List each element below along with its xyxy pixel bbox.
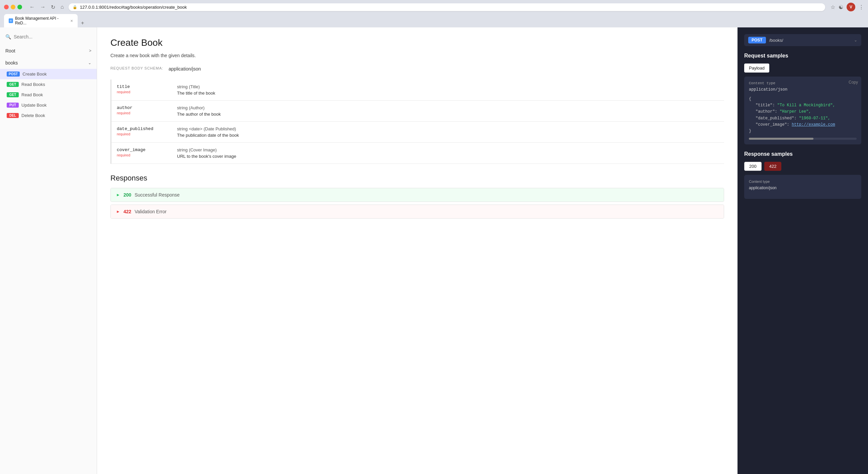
field-date-name: date_published <box>117 126 177 131</box>
app-container: 🔍 Root > books ⌄ POST Create Book GET Re… <box>0 27 868 474</box>
nav-item-update-book[interactable]: PUT Update Book <box>0 100 97 110</box>
res-content-type-value: application/json <box>749 185 857 190</box>
responses-title: Responses <box>111 174 724 182</box>
search-input[interactable] <box>14 34 91 39</box>
tabs-bar: R Book Management API - ReD... ✕ + <box>4 14 864 27</box>
field-title-name-col: title required <box>117 84 177 94</box>
delete-book-label: Delete Book <box>22 113 45 118</box>
reload-button[interactable]: ↻ <box>49 3 57 11</box>
response-200-chevron-icon: ► <box>116 193 120 197</box>
traffic-lights <box>4 5 22 9</box>
post-badge: POST <box>7 71 20 76</box>
endpoint-path: /books/ <box>769 38 850 43</box>
create-book-label: Create Book <box>23 71 46 76</box>
field-cover-info: string (Cover Image) URL to the book's c… <box>177 147 724 159</box>
tab-title: Book Management API - ReD... <box>15 16 67 25</box>
response-code-buttons: 200 422 <box>744 162 861 171</box>
code-val-3: "1960-07-11", <box>799 116 831 121</box>
response-content-block: Content type application/json <box>744 175 861 199</box>
code-brace-close: } <box>749 129 751 133</box>
field-title-required: required <box>117 90 177 94</box>
field-title: title required string (Title) The title … <box>112 79 724 101</box>
read-book-label: Read Book <box>22 92 43 97</box>
home-button[interactable]: ⌂ <box>59 3 66 11</box>
update-book-label: Update Book <box>22 103 46 108</box>
schema-type: application/json <box>169 66 201 71</box>
code-key-1: "title": <box>755 103 775 108</box>
bookmark-button[interactable]: ☆ <box>831 4 835 10</box>
active-tab[interactable]: R Book Management API - ReD... ✕ <box>4 14 78 27</box>
put-badge: PUT <box>7 103 19 108</box>
field-title-info: string (Title) The title of the book <box>177 84 724 96</box>
response-422-desc: Validation Error <box>134 209 166 214</box>
res-content-type-label: Content type <box>749 179 857 183</box>
content-type-label: Content type <box>749 81 857 85</box>
request-samples-title: Request samples <box>744 53 861 59</box>
root-chevron-icon: > <box>89 48 91 53</box>
field-author-required: required <box>117 111 177 115</box>
field-cover-name-col: cover_image required <box>117 147 177 157</box>
books-chevron-icon: ⌄ <box>88 61 91 65</box>
payload-button[interactable]: Payload <box>744 64 769 72</box>
field-date-desc: The publication date of the book <box>177 133 724 138</box>
endpoint-method-badge: POST <box>748 37 766 43</box>
response-samples-title: Response samples <box>744 151 861 157</box>
response-200-header[interactable]: ► 200 Successful Response <box>111 188 724 202</box>
nav-item-delete-book[interactable]: DEL Delete Book <box>0 110 97 121</box>
del-badge: DEL <box>7 113 19 118</box>
browser-chrome: ← → ↻ ⌂ 🔒 127.0.0.1:8001/redoc#tag/books… <box>0 0 868 27</box>
field-date-required: required <box>117 132 177 136</box>
new-tab-button[interactable]: + <box>78 19 87 27</box>
field-date-published: date_published required string <date> (D… <box>112 122 724 143</box>
response-422-item: ► 422 Validation Error <box>111 205 724 218</box>
address-bar[interactable]: 🔒 127.0.0.1:8001/redoc#tag/books/operati… <box>69 3 825 11</box>
sidebar-item-books[interactable]: books ⌄ <box>0 57 97 69</box>
maximize-button[interactable] <box>18 5 22 9</box>
field-date-name-col: date_published required <box>117 126 177 136</box>
books-label: books <box>5 60 18 66</box>
tab-favicon: R <box>9 19 13 23</box>
extensions-button[interactable]: ☯ <box>839 4 843 10</box>
field-date-type: string <date> (Date Published) <box>177 126 724 131</box>
response-422-chevron-icon: ► <box>116 209 120 214</box>
close-button[interactable] <box>4 5 9 9</box>
endpoint-chevron-icon: ⌄ <box>854 38 857 42</box>
nav-item-read-book[interactable]: GET Read Book <box>0 90 97 100</box>
code-link[interactable]: http://example.com <box>792 122 835 127</box>
minimize-button[interactable] <box>11 5 16 9</box>
sidebar: 🔍 Root > books ⌄ POST Create Book GET Re… <box>0 27 97 474</box>
root-label: Root <box>5 48 16 54</box>
field-title-desc: The title of the book <box>177 91 724 96</box>
search-icon: 🔍 <box>5 34 11 39</box>
page-title: Create Book <box>111 37 724 48</box>
sidebar-item-root[interactable]: Root > <box>0 45 97 57</box>
field-author-name-col: author required <box>117 105 177 115</box>
response-422-header[interactable]: ► 422 Validation Error <box>111 205 724 218</box>
nav-item-create-book[interactable]: POST Create Book <box>0 69 97 79</box>
field-author-info: string (Author) The author of the book <box>177 105 724 117</box>
forward-button[interactable]: → <box>38 3 48 11</box>
copy-button[interactable]: Copy <box>848 80 858 84</box>
field-cover-required: required <box>117 153 177 157</box>
field-author: author required string (Author) The auth… <box>112 101 724 122</box>
response-422-code: 422 <box>123 209 131 214</box>
nav-item-read-books[interactable]: GET Read Books <box>0 79 97 90</box>
tab-close-button[interactable]: ✕ <box>70 19 73 23</box>
nav-buttons: ← → ↻ ⌂ <box>27 3 66 11</box>
response-200-item: ► 200 Successful Response <box>111 188 724 202</box>
menu-button[interactable]: ⋮ <box>859 4 864 10</box>
request-code-block: Content type application/json Copy { "ti… <box>744 76 861 144</box>
response-422-button[interactable]: 422 <box>764 162 782 171</box>
field-cover-type: string (Cover Image) <box>177 147 724 153</box>
code-key-4: "cover_image": <box>755 122 789 127</box>
field-cover-desc: URL to the book's cover image <box>177 154 724 159</box>
lock-icon: 🔒 <box>72 5 77 9</box>
code-brace-open: { <box>749 97 751 101</box>
schema-header: REQUEST BODY SCHEMA: application/json <box>111 66 724 74</box>
endpoint-selector[interactable]: POST /books/ ⌄ <box>744 34 861 46</box>
profile-avatar[interactable]: V <box>846 3 855 11</box>
response-200-button[interactable]: 200 <box>744 162 762 171</box>
back-button[interactable]: ← <box>27 3 37 11</box>
sidebar-search-container: 🔍 <box>0 31 97 42</box>
code-scrollbar[interactable] <box>749 138 857 140</box>
